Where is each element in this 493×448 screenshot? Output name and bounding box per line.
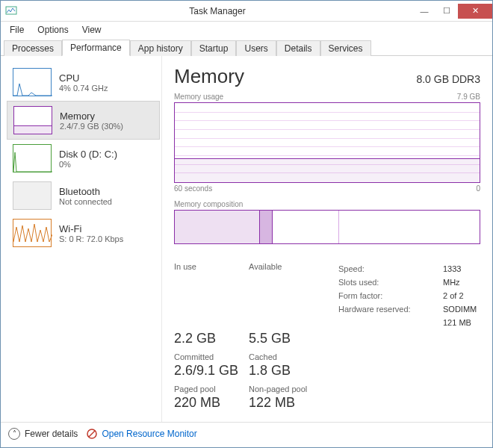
sidebar-item-disk[interactable]: Disk 0 (D: C:) 0% [7, 140, 160, 177]
sidebar: CPU 4% 0.74 GHz Memory 2.4/7.9 GB (30%) … [5, 56, 162, 422]
committed-label: Committed [174, 352, 249, 361]
stats-grid: In use Available Speed: Slots used: Form… [174, 262, 480, 415]
axis-left: 60 seconds [174, 184, 212, 193]
usage-fill [175, 158, 480, 182]
comp-modified [260, 211, 272, 243]
sidebar-disk-title: Disk 0 (D: C:) [59, 149, 117, 160]
sidebar-memory-labels: Memory 2.4/7.9 GB (30%) [60, 106, 123, 134]
menu-view[interactable]: View [76, 23, 108, 37]
usage-label: Memory usage [174, 93, 223, 101]
sidebar-wifi-labels: Wi-Fi S: 0 R: 72.0 Kbps [59, 219, 123, 247]
fewer-details-button[interactable]: ˄ Fewer details [8, 428, 78, 440]
sidebar-item-memory[interactable]: Memory 2.4/7.9 GB (30%) [7, 101, 160, 140]
tab-startup[interactable]: Startup [191, 40, 237, 56]
cached-label: Cached [249, 352, 338, 361]
disk-thumbnail [13, 144, 52, 172]
open-resource-monitor-link[interactable]: Open Resource Monitor [87, 429, 196, 439]
usage-axis: 60 seconds 0 [174, 184, 480, 193]
sidebar-item-cpu[interactable]: CPU 4% 0.74 GHz [7, 63, 160, 101]
sidebar-item-wifi[interactable]: Wi-Fi S: 0 R: 72.0 Kbps [7, 214, 160, 252]
tab-services[interactable]: Services [320, 40, 371, 56]
sidebar-disk-sub: 0% [59, 160, 117, 169]
sidebar-bluetooth-labels: Bluetooth Not connected [59, 181, 112, 210]
memory-capacity: 8.0 GB DDR3 [416, 73, 480, 85]
minimize-button[interactable]: — [413, 4, 435, 19]
memory-thumbnail [13, 106, 52, 134]
footer: ˄ Fewer details Open Resource Monitor [1, 422, 492, 444]
kv-labels: Speed: Slots used: Form factor: Hardware… [338, 262, 443, 329]
hw-value: 121 MB [443, 316, 480, 329]
memory-composition-bar [174, 210, 480, 244]
main-panel: Memory 8.0 GB DDR3 Memory usage 7.9 GB 6… [162, 56, 492, 422]
sidebar-cpu-title: CPU [59, 72, 108, 84]
content: CPU 4% 0.74 GHz Memory 2.4/7.9 GB (30%) … [1, 56, 492, 422]
usage-max: 7.9 GB [457, 93, 480, 101]
memory-usage-graph [174, 102, 480, 183]
sidebar-item-bluetooth[interactable]: Bluetooth Not connected [7, 177, 160, 214]
menu-options[interactable]: Options [31, 23, 74, 37]
tab-users[interactable]: Users [236, 40, 276, 56]
available-value: 5.5 GB [249, 331, 338, 346]
nonpaged-label: Non-paged pool [249, 385, 338, 393]
sidebar-bluetooth-title: Bluetooth [59, 186, 112, 197]
app-icon [5, 5, 17, 17]
window-title: Task Manager [22, 6, 413, 16]
titlebar: Task Manager — ☐ ✕ [1, 1, 492, 22]
hw-label: Hardware reserved: [338, 302, 443, 316]
form-label: Form factor: [338, 289, 443, 302]
sidebar-disk-labels: Disk 0 (D: C:) 0% [59, 144, 117, 172]
comp-standby [273, 211, 340, 243]
tab-details[interactable]: Details [276, 40, 320, 56]
nonpaged-value: 122 MB [249, 395, 338, 411]
in-use-value: 2.2 GB [174, 331, 249, 346]
chevron-up-icon: ˄ [8, 428, 20, 440]
menu-file[interactable]: File [4, 23, 30, 37]
paged-label: Paged pool [174, 385, 249, 393]
menubar: File Options View [1, 22, 492, 38]
sidebar-memory-sub: 2.4/7.9 GB (30%) [60, 122, 123, 131]
fewer-details-label: Fewer details [25, 429, 78, 439]
maximize-button[interactable]: ☐ [435, 4, 458, 19]
slots-value: 2 of 2 [443, 289, 480, 302]
kv-values: 1333 MHz 2 of 2 SODIMM 121 MB [443, 262, 480, 329]
paged-value: 220 MB [174, 395, 249, 411]
page-title: Memory [174, 65, 244, 88]
cached-value: 1.8 GB [249, 363, 338, 379]
in-use-label: In use [174, 262, 249, 329]
sidebar-cpu-sub: 4% 0.74 GHz [59, 84, 108, 93]
composition-label: Memory composition [174, 200, 480, 208]
tab-app-history[interactable]: App history [130, 40, 191, 56]
slots-label: Slots used: [338, 276, 443, 289]
sidebar-wifi-sub: S: 0 R: 72.0 Kbps [59, 234, 123, 243]
wifi-thumbnail [13, 219, 52, 247]
resource-monitor-icon [87, 429, 97, 439]
speed-value: 1333 MHz [443, 262, 480, 289]
cpu-thumbnail [13, 68, 52, 96]
bluetooth-thumbnail [13, 181, 52, 210]
axis-right: 0 [476, 184, 480, 193]
sidebar-bluetooth-sub: Not connected [59, 197, 112, 206]
main-header: Memory 8.0 GB DDR3 [174, 65, 480, 88]
tabbar: Processes Performance App history Startu… [1, 38, 492, 56]
close-button[interactable]: ✕ [458, 4, 492, 19]
tab-processes[interactable]: Processes [4, 40, 62, 56]
tab-performance[interactable]: Performance [62, 40, 130, 56]
form-value: SODIMM [443, 302, 480, 316]
committed-value: 2.6/9.1 GB [174, 363, 249, 379]
window-controls: — ☐ ✕ [413, 4, 492, 19]
sidebar-cpu-labels: CPU 4% 0.74 GHz [59, 68, 108, 96]
usage-label-row: Memory usage 7.9 GB [174, 93, 480, 101]
open-resource-monitor-label: Open Resource Monitor [102, 429, 196, 439]
speed-label: Speed: [338, 262, 443, 276]
available-label: Available [249, 262, 338, 329]
svg-line-2 [89, 431, 95, 437]
sidebar-memory-title: Memory [60, 111, 123, 122]
comp-in-use [175, 211, 260, 243]
sidebar-wifi-title: Wi-Fi [59, 223, 123, 234]
